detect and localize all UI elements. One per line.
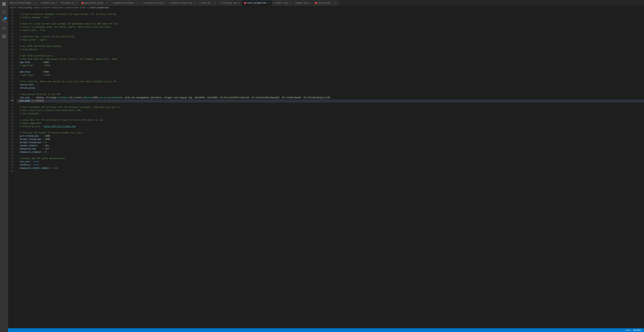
ln-63: 63 xyxy=(8,58,15,61)
code-line-85 xyxy=(17,128,644,131)
code-line-88: accept_thread_max : 2000 xyxy=(17,138,644,141)
tab-mysql[interactable]: ≡ mysql.log × xyxy=(293,0,313,6)
code-content: # Create a distinct webapps/ directory f… xyxy=(16,10,644,328)
breadcrumb-work[interactable]: work xyxy=(35,6,40,9)
tab-webxml[interactable]: <> web.xml × xyxy=(198,0,218,6)
breadcrumb-sep-4: > xyxy=(64,6,65,9)
scm-badge: 17 xyxy=(4,17,7,19)
ln-80: 80 xyxy=(8,112,15,115)
breadcrumb-conf[interactable]: conf xyxy=(80,6,85,9)
ln-69: 69 xyxy=(8,77,15,80)
tab-close-cloudstores[interactable]: × xyxy=(163,2,166,4)
code-line-51 xyxy=(17,19,644,22)
line-numbers: 48 49 50 51 52 53 54 55 56 57 58 59 60 6… xyxy=(8,10,16,328)
tab-weaver[interactable]: ≡ weaver.properties × xyxy=(168,0,198,6)
extensions-button[interactable] xyxy=(0,32,8,40)
tab-settings[interactable]: <> settings.xml × xyxy=(218,0,242,6)
tab-stdout[interactable]: ≡ stdout.log × xyxy=(38,0,60,6)
ln-56: 56 xyxy=(8,35,15,38)
code-line-60: # http_address : * xyxy=(17,48,644,51)
ln-91: 91 xyxy=(8,148,15,151)
code-line-83: # space separated xyxy=(17,122,644,125)
code-line-64: app.http : 8886 xyxy=(17,61,644,64)
status-cscn[interactable]: CSCN - 显示预览 xyxy=(624,329,642,332)
ln-73: 73 xyxy=(8,90,15,93)
ln-95: 95 xyxy=(8,160,15,164)
code-line-93 xyxy=(17,154,644,157)
code-line-49: # Create a distinct webapps/ directory f… xyxy=(17,13,644,16)
code-line-63: # Use overrides for individual server co… xyxy=(17,58,644,61)
tab-weavercode[interactable]: weavercode... × xyxy=(313,0,339,6)
tab-index[interactable]: JS index.js × xyxy=(60,0,80,6)
tab-scrollabletabbarnode[interactable]: JS ScrollableTabBarNode.js × xyxy=(8,0,38,6)
code-line-65: # app.https : 8443 xyxy=(17,64,644,67)
breadcrumb-sep-5: > xyxy=(78,6,80,9)
ln-93: 93 xyxy=(8,154,15,157)
code-line-90: socket_timeout : 10s xyxy=(17,144,644,148)
ln-88: 88 xyxy=(8,138,15,141)
code-line-80: # jvm_classpath : xyxy=(17,112,644,115)
code-line-52: # Used for cloud servers with dynamic IP… xyxy=(17,22,644,26)
breadcrumb-users[interactable]: Users xyxy=(10,6,16,9)
ln-94: 94 xyxy=(8,157,15,160)
tab-close-settings[interactable]: × xyxy=(238,2,240,4)
code-line-53: # server is assigned after the server st… xyxy=(17,26,644,29)
tab-stderr[interactable]: ≡ stderr.log × xyxy=(272,0,293,6)
ln-89: 89 xyxy=(8,141,15,144)
code-line-73 xyxy=(17,90,644,93)
breadcrumb-project-container[interactable]: project-container xyxy=(42,6,63,9)
tab-close-stdout[interactable]: × xyxy=(55,2,58,4)
tab-cloudstores[interactable]: ≡ cloudstores.log × xyxy=(141,0,168,6)
tab-close-scrollabletabbarnode[interactable]: × xyxy=(34,2,37,4)
code-line-66 xyxy=(17,67,644,70)
tab-resin[interactable]: resin.properties × xyxy=(242,0,272,6)
tab-log4jinit[interactable]: ≡ log4jinit.properties × xyxy=(110,0,141,6)
svg-point-7 xyxy=(4,21,6,22)
breadcrumb-warning-icon: ⚠ xyxy=(88,6,89,9)
breadcrumb-sep-6: > xyxy=(86,6,87,9)
svg-rect-2 xyxy=(2,4,4,5)
svg-rect-1 xyxy=(4,2,6,4)
tab-close-webxml[interactable]: × xyxy=(213,2,216,4)
tab-error-icon-weavercode xyxy=(315,2,317,4)
ln-84: 84 xyxy=(8,125,15,128)
debug-button[interactable] xyxy=(0,24,8,32)
ln-75: 75 xyxy=(8,96,15,99)
tab-close-index[interactable]: × xyxy=(75,2,78,4)
ln-60: 60 xyxy=(8,48,15,51)
breadcrumb-daiyingfeng[interactable]: daiyingfeng xyxy=(19,6,32,9)
search-button[interactable] xyxy=(0,8,8,16)
tab-close-weaverboot[interactable]: × xyxy=(106,2,108,4)
code-line-77 xyxy=(17,103,644,106)
code-line-94: # Enable JNI TCP speed optimizations xyxy=(17,157,644,160)
editor-area[interactable]: 48 49 50 51 52 53 54 55 56 57 58 59 60 6… xyxy=(8,10,644,328)
code-line-96: sendfile : true xyxy=(17,164,644,167)
explorer-button[interactable] xyxy=(0,0,8,8)
ln-65: 65 xyxy=(8,64,15,67)
tab-close-weavercode[interactable]: × xyxy=(334,2,337,4)
ln-76: 76 xyxy=(8,99,15,103)
code-line-92: keepalive_timeout : 0 xyxy=(17,151,644,154)
ln-70: 70 xyxy=(8,80,15,83)
breadcrumb-sep-2: > xyxy=(33,6,34,9)
tab-close-stderr[interactable]: × xyxy=(288,2,291,4)
tab-close-log4jinit[interactable]: × xyxy=(136,2,139,4)
tab-close-weaver[interactable]: × xyxy=(193,2,196,4)
svg-rect-12 xyxy=(2,35,4,36)
ln-74: 74 xyxy=(8,93,15,96)
breadcrumb-resin4-new[interactable]: resin4-new xyxy=(66,6,78,9)
tab-close-resin[interactable]: × xyxy=(267,2,270,4)
tab-close-mysql[interactable]: × xyxy=(309,2,311,4)
ln-68: 68 xyxy=(8,74,15,77)
breadcrumb-file[interactable]: resin.properties xyxy=(90,6,109,9)
code-line-48 xyxy=(17,10,644,13)
ln-85: 85 xyxy=(8,128,15,131)
code-line-97: keepalive_select_enable : true xyxy=(17,167,644,170)
ln-79: 79 xyxy=(8,109,15,112)
ln-66: 66 xyxy=(8,67,15,70)
scm-button[interactable]: 17 xyxy=(0,16,8,24)
ln-78: 78 xyxy=(8,106,15,109)
svg-point-4 xyxy=(3,11,5,13)
code-line-74: # Arg passed directly to the JVM xyxy=(17,93,644,96)
tab-weaverboot[interactable]: weaverboot.properties × xyxy=(80,0,110,6)
